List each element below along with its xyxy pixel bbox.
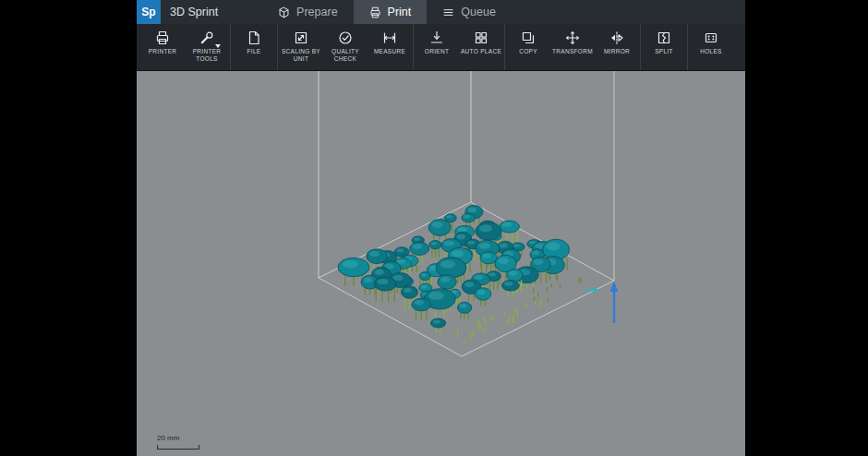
toolbar-button-measure[interactable]: MEASURE <box>368 24 412 70</box>
toolbar-icon-wrap <box>294 30 308 45</box>
toolbar-button-file[interactable]: FILE <box>232 24 276 70</box>
toolbar-button-split[interactable]: SPLIT <box>642 24 686 70</box>
model-highlight <box>464 215 470 219</box>
tab-icon-wrap <box>369 6 381 18</box>
model-highlight <box>414 237 420 241</box>
model-highlight <box>375 270 384 275</box>
accent-arrow-icon <box>585 288 599 294</box>
model-highlight <box>464 282 474 287</box>
app-title: 3D Sprint <box>161 0 227 24</box>
model-highlight <box>547 242 561 250</box>
toolbar-icon-wrap <box>429 30 444 45</box>
scale-bar-label: 20 mm <box>157 434 179 442</box>
file-icon <box>247 30 261 45</box>
model-highlight <box>457 227 467 232</box>
toolbar-button-scaling-by-unit[interactable]: SCALING BY UNIT <box>279 24 323 70</box>
toolbar-button-label: COPY <box>519 48 537 55</box>
toolbar-group: HOLES <box>688 24 734 70</box>
toolbar-icon-wrap <box>474 30 488 45</box>
viewport-3d[interactable]: 20 mm <box>137 71 745 456</box>
tab-queue[interactable]: Queue <box>427 0 512 24</box>
model-highlight <box>467 241 475 245</box>
toolbar-group: ORIENTAUTO PLACE <box>414 24 505 70</box>
model-highlight <box>433 319 440 323</box>
model-highlight <box>364 277 373 282</box>
model-highlight <box>378 279 389 284</box>
toolbar-button-holes[interactable]: HOLES <box>689 24 733 70</box>
app-window: Sp 3D Sprint PreparePrintQueue PRINTERPR… <box>137 0 745 456</box>
model-highlight <box>460 304 467 308</box>
model-highlight <box>415 300 424 305</box>
model-highlight <box>404 288 412 293</box>
toolbar-button-mirror[interactable]: MIRROR <box>595 24 639 70</box>
toolbar-button-label: MIRROR <box>604 48 630 55</box>
menu-icon <box>442 6 454 18</box>
toolbar-button-label: PRINTER TOOLS <box>186 48 228 64</box>
model-highlight <box>369 251 380 257</box>
measure-icon <box>382 30 397 45</box>
tab-icon-wrap <box>442 6 454 18</box>
model-highlight <box>512 244 519 247</box>
model-highlight <box>421 273 427 277</box>
scale-bar: 20 mm <box>157 435 199 450</box>
toolbar-button-quality-check[interactable]: QUALITY CHECK <box>323 24 368 70</box>
toolbar-icon-wrap <box>199 30 214 45</box>
model-highlight <box>440 260 455 269</box>
toolbar-button-label: FILE <box>247 48 261 55</box>
toolbar-button-copy[interactable]: COPY <box>506 24 550 70</box>
screen-background: Sp 3D Sprint PreparePrintQueue PRINTERPR… <box>0 0 868 456</box>
toolbar-button-printer-tools[interactable]: PRINTER TOOLS <box>185 24 229 70</box>
toolbar-icon-wrap <box>521 30 536 45</box>
model-highlight <box>413 244 423 249</box>
model-highlight <box>488 272 496 276</box>
toolbar-icon-wrap <box>704 30 718 45</box>
model-highlight <box>478 243 490 249</box>
tab-label: Prepare <box>296 6 337 18</box>
holes-icon <box>704 30 718 45</box>
z-axis-arrow-icon[interactable] <box>610 282 619 323</box>
toolbar-group: COPYTRANSFORMMIRROR <box>505 24 641 70</box>
title-bar: Sp 3D Sprint PreparePrintQueue <box>137 0 745 24</box>
model-highlight <box>457 234 465 239</box>
tab-icon-wrap <box>278 6 290 18</box>
toolbar-icon-wrap <box>609 30 624 45</box>
toolbar-button-label: MEASURE <box>374 48 405 55</box>
toolbar-icon-wrap <box>382 30 397 45</box>
toolbar-button-label: QUALITY CHECK <box>324 48 367 64</box>
toolbar-button-label: AUTO PLACE <box>461 48 501 55</box>
toolbar-icon-wrap <box>338 30 353 45</box>
model-highlight <box>421 285 428 289</box>
toolbar-icon-wrap <box>657 30 671 45</box>
model-highlight <box>468 207 477 212</box>
tab-print[interactable]: Print <box>354 0 428 24</box>
toolbar-icon-wrap <box>155 30 170 45</box>
toolbar-button-label: SCALING BY UNIT <box>280 48 322 64</box>
build-platform-scene <box>137 71 745 456</box>
tab-prepare[interactable]: Prepare <box>262 0 353 24</box>
model-highlight <box>452 250 464 258</box>
toolbar-button-label: ORIENT <box>425 48 449 55</box>
wrench-icon <box>199 30 214 45</box>
tab-strip: PreparePrintQueue <box>262 0 512 24</box>
copy-icon <box>521 30 536 45</box>
toolbar-icon-wrap <box>247 30 261 45</box>
toolbar-group: SCALING BY UNITQUALITY CHECKMEASURE <box>278 24 414 70</box>
scaling-icon <box>294 30 308 45</box>
model-highlight <box>500 243 508 247</box>
printer-icon <box>155 30 170 45</box>
tab-label: Queue <box>461 6 496 18</box>
model-highlight <box>428 292 444 300</box>
toolbar-button-printer[interactable]: PRINTER <box>140 24 185 70</box>
toolbar-button-label: TRANSFORM <box>552 48 593 55</box>
toolbar-button-auto-place[interactable]: AUTO PLACE <box>459 24 503 70</box>
toolbar-button-label: SPLIT <box>655 48 673 55</box>
model-highlight <box>431 242 438 246</box>
model-cluster[interactable] <box>338 205 581 343</box>
transform-icon <box>565 30 580 45</box>
split-icon <box>657 30 671 45</box>
toolbar-button-transform[interactable]: TRANSFORM <box>550 24 595 70</box>
model-highlight <box>532 250 539 255</box>
toolbar-button-orient[interactable]: ORIENT <box>415 24 459 70</box>
tab-label: Print <box>388 6 412 18</box>
model-highlight <box>483 254 491 258</box>
